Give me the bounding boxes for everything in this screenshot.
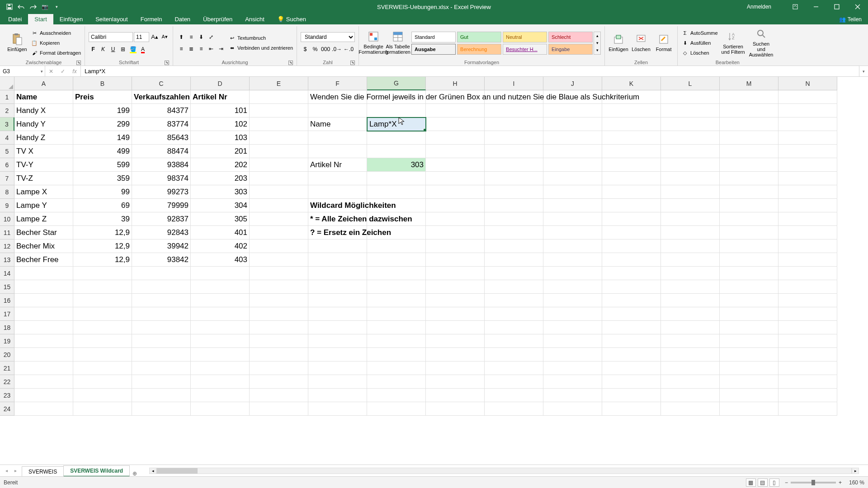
name-box[interactable]: G3 <box>0 66 45 76</box>
cell-N6[interactable] <box>778 158 837 172</box>
col-header-K[interactable]: K <box>602 77 661 90</box>
cell-C10[interactable]: 92837 <box>132 212 191 226</box>
cell-L21[interactable] <box>661 361 720 375</box>
cell-C11[interactable]: 92843 <box>132 226 191 239</box>
cell-K16[interactable] <box>602 294 661 307</box>
cell-J12[interactable] <box>543 239 602 253</box>
cell-D19[interactable] <box>191 334 250 348</box>
row-header-20[interactable]: 20 <box>0 348 14 361</box>
cell-M7[interactable] <box>720 172 778 185</box>
cell-N20[interactable] <box>778 348 837 361</box>
row-header-10[interactable]: 10 <box>0 212 14 226</box>
cell-J8[interactable] <box>543 185 602 199</box>
row-header-21[interactable]: 21 <box>0 361 14 375</box>
cell-C1[interactable]: Verkaufszahlen <box>132 90 191 104</box>
cell-N2[interactable] <box>778 104 837 117</box>
cell-C22[interactable] <box>132 375 191 389</box>
cell-L20[interactable] <box>661 348 720 361</box>
cell-D1[interactable]: Artikel Nr <box>191 90 250 104</box>
cell-E9[interactable] <box>250 199 308 212</box>
cell-J5[interactable] <box>543 145 602 158</box>
cell-K2[interactable] <box>602 104 661 117</box>
cell-M12[interactable] <box>720 239 778 253</box>
cell-J15[interactable] <box>543 280 602 294</box>
cell-N23[interactable] <box>778 389 837 402</box>
cell-C12[interactable]: 39942 <box>132 239 191 253</box>
cell-D18[interactable] <box>191 321 250 334</box>
cell-J24[interactable] <box>543 402 602 416</box>
cell-A18[interactable] <box>14 321 73 334</box>
cell-L1[interactable] <box>661 90 720 104</box>
cell-L9[interactable] <box>661 199 720 212</box>
undo-icon[interactable] <box>17 3 25 11</box>
col-header-J[interactable]: J <box>543 77 602 90</box>
cell-L13[interactable] <box>661 253 720 267</box>
qat-customize-icon[interactable]: ▾ <box>52 3 61 11</box>
col-header-B[interactable]: B <box>73 77 132 90</box>
row-header-16[interactable]: 16 <box>0 294 14 307</box>
format-painter-button[interactable]: 🖌Format übertragen <box>31 48 81 57</box>
insert-cells-button[interactable]: Einfügen <box>609 28 628 58</box>
row-header-24[interactable]: 24 <box>0 402 14 416</box>
border-button[interactable]: ⊞ <box>118 45 127 54</box>
cell-G16[interactable] <box>367 294 426 307</box>
cell-K19[interactable] <box>602 334 661 348</box>
cell-C4[interactable]: 85643 <box>132 131 191 145</box>
cell-K10[interactable] <box>602 212 661 226</box>
decrease-decimal-icon[interactable]: ←.0 <box>343 45 354 54</box>
wrap-text-button[interactable]: ↩Textumbruch <box>228 33 293 42</box>
cell-H17[interactable] <box>426 307 485 321</box>
col-header-L[interactable]: L <box>661 77 720 90</box>
cell-H24[interactable] <box>426 402 485 416</box>
cell-M15[interactable] <box>720 280 778 294</box>
cell-K7[interactable] <box>602 172 661 185</box>
share-button[interactable]: 👥Teilen <box>833 14 868 24</box>
cell-B10[interactable]: 39 <box>73 212 132 226</box>
cell-K11[interactable] <box>602 226 661 239</box>
cell-M3[interactable] <box>720 117 778 131</box>
cell-F14[interactable] <box>308 267 367 280</box>
cell-I14[interactable] <box>485 267 543 280</box>
cell-C20[interactable] <box>132 348 191 361</box>
cell-J9[interactable] <box>543 199 602 212</box>
formula-bar-expand-icon[interactable]: ▾ <box>859 66 868 76</box>
currency-icon[interactable]: $ <box>301 45 310 54</box>
cell-D9[interactable]: 304 <box>191 199 250 212</box>
cell-G12[interactable] <box>367 239 426 253</box>
col-header-A[interactable]: A <box>14 77 73 90</box>
tab-ueberpruefen[interactable]: Überprüfen <box>197 14 239 24</box>
cell-N24[interactable] <box>778 402 837 416</box>
cell-L7[interactable] <box>661 172 720 185</box>
cell-H16[interactable] <box>426 294 485 307</box>
screenshot-icon[interactable]: 📷 <box>41 3 49 11</box>
cell-C14[interactable] <box>132 267 191 280</box>
cell-K3[interactable] <box>602 117 661 131</box>
save-icon[interactable] <box>5 3 14 11</box>
cell-H19[interactable] <box>426 334 485 348</box>
cell-D20[interactable] <box>191 348 250 361</box>
cell-B8[interactable]: 99 <box>73 185 132 199</box>
cell-K8[interactable] <box>602 185 661 199</box>
cell-L18[interactable] <box>661 321 720 334</box>
align-right-icon[interactable]: ≡ <box>197 44 206 53</box>
thousands-icon[interactable]: 000 <box>321 45 330 54</box>
cell-L24[interactable] <box>661 402 720 416</box>
cell-C6[interactable]: 93884 <box>132 158 191 172</box>
cell-C2[interactable]: 84377 <box>132 104 191 117</box>
select-all-corner[interactable] <box>0 77 14 90</box>
font-launcher-icon[interactable]: ⬊ <box>165 61 169 65</box>
align-middle-icon[interactable]: ≡ <box>187 33 196 42</box>
cell-J18[interactable] <box>543 321 602 334</box>
cell-B12[interactable]: 12,9 <box>73 239 132 253</box>
cell-I15[interactable] <box>485 280 543 294</box>
view-page-layout-icon[interactable]: ▤ <box>758 479 768 487</box>
cell-M18[interactable] <box>720 321 778 334</box>
cell-E17[interactable] <box>250 307 308 321</box>
cell-L4[interactable] <box>661 131 720 145</box>
cell-H10[interactable] <box>426 212 485 226</box>
cell-F6[interactable]: Artikel Nr <box>308 158 367 172</box>
cell-D2[interactable]: 101 <box>191 104 250 117</box>
cell-H13[interactable] <box>426 253 485 267</box>
cell-F22[interactable] <box>308 375 367 389</box>
cell-F2[interactable] <box>308 104 367 117</box>
